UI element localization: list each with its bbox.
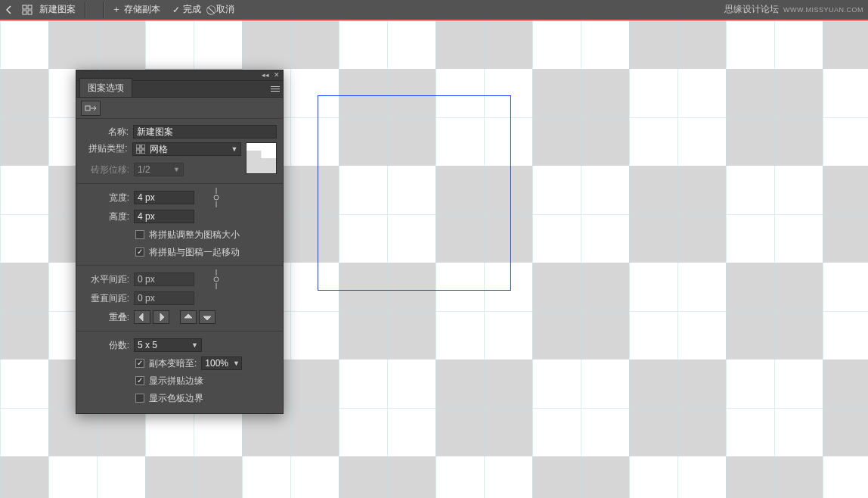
move-tile-checkbox-row[interactable]: 将拼贴与图稿一起移动 [82,244,277,260]
collapse-icon[interactable]: ◂◂ [262,72,269,79]
cancel-button[interactable]: ⃠ 取消 [207,3,240,16]
v-spacing-label: 垂直间距: [82,292,129,305]
save-copy-label: 存储副本 [124,3,160,16]
width-label: 宽度: [82,191,129,204]
move-tile-label: 将拼贴与图稿一起移动 [149,246,240,259]
name-label: 名称: [82,126,129,139]
show-tile-edge-label: 显示拼贴边缘 [149,375,203,388]
mode-indicator-bar [0,19,868,20]
chevron-down-icon: ▼ [233,359,240,367]
dim-copies-select[interactable]: 100% ▼ [201,356,242,370]
copies-value: 5 x 5 [138,340,157,350]
pattern-mode-icon [18,1,36,19]
overlap-bottom-button[interactable] [199,310,215,324]
svg-rect-6 [141,145,145,148]
h-spacing-input[interactable] [134,272,194,286]
checkbox-icon[interactable] [135,394,144,403]
watermark: 思缘设计论坛 WWW.MISSYUAN.COM [724,0,863,19]
separator [103,2,104,18]
done-label: 完成 [183,3,201,16]
dim-copies-label: 副本变暗至: [149,357,197,370]
check-icon: ✓ [172,5,180,15]
close-icon[interactable]: ✕ [274,72,280,79]
resize-tile-checkbox-row[interactable]: 将拼贴调整为图稿大小 [82,227,277,242]
watermark-url: WWW.MISSYUAN.COM [783,6,863,14]
h-spacing-label: 水平间距: [82,273,129,286]
tile-type-select[interactable]: 网格 ▼ [132,142,242,156]
save-copy-button[interactable]: ＋ 存储副本 [106,3,166,16]
panel-toolstrip [76,98,283,119]
plus-icon: ＋ [112,3,121,16]
svg-rect-0 [23,5,26,9]
checkbox-icon[interactable] [135,376,144,385]
link-spacing-icon[interactable] [209,268,223,291]
checkbox-icon[interactable] [135,359,144,368]
resize-tile-label: 将拼贴调整为图稿大小 [149,229,240,241]
done-button[interactable]: ✓ 完成 [166,3,207,16]
back-button[interactable] [0,1,18,19]
brick-offset-value: 1/2 [138,164,150,175]
svg-rect-8 [141,150,145,154]
name-input[interactable] [133,125,277,139]
checkbox-icon[interactable] [135,247,144,257]
width-input[interactable] [134,191,194,204]
height-label: 高度: [82,210,129,223]
link-dimensions-icon[interactable] [209,186,223,209]
grid-icon [136,145,145,154]
dim-copies-value: 100% [205,358,228,369]
app-topbar: 新建图案 ＋ 存储副本 ✓ 完成 ⃠ 取消 思缘设计论坛 WWW.MISSYUA… [0,0,868,19]
svg-rect-4 [85,106,90,110]
overlap-label: 重叠: [82,311,129,324]
copies-select[interactable]: 5 x 5 ▼ [134,338,202,352]
tab-pattern-options[interactable]: 图案选项 [79,78,132,97]
svg-point-10 [214,277,219,282]
tab-label: 图案选项 [88,82,124,93]
separator [85,2,86,18]
show-swatch-bounds-row[interactable]: 显示色板边界 [82,391,277,406]
overlap-left-button[interactable] [134,310,150,324]
chevron-down-icon: ▼ [191,341,198,349]
overlap-top-button[interactable] [180,310,197,324]
brick-offset-label: 砖形位移: [82,163,129,176]
chevron-down-icon: ▼ [173,166,180,173]
height-input[interactable] [134,210,194,223]
svg-rect-7 [136,150,140,154]
checkbox-icon[interactable] [135,230,144,239]
cancel-label: 取消 [216,3,234,16]
chevron-down-icon: ▼ [231,145,238,153]
overlap-right-button[interactable] [153,310,169,324]
svg-rect-2 [23,11,26,14]
panel-tabs: 图案选项 [76,81,283,98]
svg-rect-3 [28,11,32,14]
pattern-tile-tool[interactable] [81,101,101,116]
show-swatch-bounds-label: 显示色板边界 [149,392,203,405]
panel-menu-icon[interactable] [266,83,280,94]
svg-rect-1 [28,5,32,9]
svg-rect-5 [136,145,140,148]
topbar-title: 新建图案 [36,3,83,16]
tile-type-value: 网格 [150,143,168,156]
dim-copies-row[interactable]: 副本变暗至: 100% ▼ [82,356,277,371]
overlap-button-group [134,310,215,324]
watermark-text: 思缘设计论坛 [724,3,779,16]
pattern-options-panel: ◂◂ ✕ 图案选项 名称: 拼贴类型: 网格 ▼ [76,70,284,414]
svg-point-9 [214,195,219,200]
tile-bounding-box[interactable] [318,95,511,291]
brick-offset-select: 1/2 ▼ [134,163,184,176]
tile-type-label: 拼贴类型: [82,142,128,155]
copies-label: 份数: [82,339,129,352]
v-spacing-input[interactable] [134,291,194,305]
show-tile-edge-row[interactable]: 显示拼贴边缘 [82,373,277,388]
